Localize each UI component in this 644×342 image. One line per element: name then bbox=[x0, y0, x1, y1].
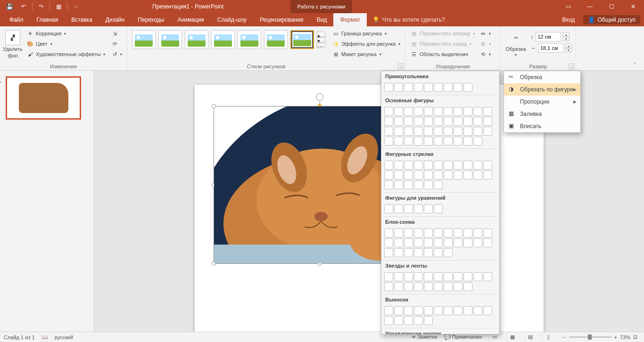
shape-callouts-0[interactable] bbox=[384, 306, 393, 315]
shape-basic-36[interactable] bbox=[414, 137, 423, 146]
height-down[interactable]: ▾ bbox=[563, 37, 570, 41]
shape-flowchart-27[interactable] bbox=[434, 248, 443, 257]
shape-equation-5[interactable] bbox=[434, 204, 443, 213]
shape-basic-33[interactable] bbox=[384, 137, 393, 146]
rotation-handle[interactable] bbox=[316, 93, 323, 101]
shape-equation-3[interactable] bbox=[414, 204, 423, 213]
crop-menu-aspect[interactable]: Пропорции▶ bbox=[504, 96, 580, 108]
change-picture-button[interactable]: ⟳ bbox=[109, 39, 124, 49]
shape-stars-7[interactable] bbox=[454, 272, 462, 281]
shape-stars-9[interactable] bbox=[473, 272, 482, 281]
shape-basic-40[interactable] bbox=[454, 137, 462, 146]
shape-arrows-14[interactable] bbox=[414, 171, 423, 179]
style-thumb-1[interactable] bbox=[132, 30, 156, 49]
shape-basic-19[interactable] bbox=[463, 117, 472, 126]
shape-stars-10[interactable] bbox=[483, 272, 492, 281]
zoom-in-button[interactable]: + bbox=[614, 334, 617, 340]
color-button[interactable]: 🎨Цвет▾ bbox=[25, 39, 107, 49]
shape-stars-11[interactable] bbox=[384, 282, 393, 291]
tab-design[interactable]: Дизайн bbox=[99, 13, 131, 26]
tab-review[interactable]: Рецензирование bbox=[253, 13, 310, 26]
style-thumb-2[interactable] bbox=[158, 30, 182, 49]
zoom-level[interactable]: 73% bbox=[620, 334, 630, 340]
shape-callouts-9[interactable] bbox=[473, 306, 482, 315]
shape-basic-42[interactable] bbox=[473, 137, 482, 146]
shape-arrows-19[interactable] bbox=[463, 171, 472, 179]
crop-button[interactable]: ✂ Обрезка ▾ bbox=[504, 28, 528, 57]
shape-stars-12[interactable] bbox=[394, 282, 403, 291]
shape-basic-23[interactable] bbox=[394, 127, 403, 136]
shape-stars-17[interactable] bbox=[444, 282, 453, 291]
shape-equation-1[interactable] bbox=[394, 204, 403, 213]
shape-stars-8[interactable] bbox=[463, 272, 472, 281]
tab-file[interactable]: Файл bbox=[3, 13, 30, 26]
shape-arrows-22[interactable] bbox=[384, 180, 393, 189]
size-dialog-launcher[interactable]: ↘ bbox=[569, 64, 574, 69]
crop-menu-fill[interactable]: ▦Заливка bbox=[504, 108, 580, 120]
shape-arrows-20[interactable] bbox=[473, 171, 482, 179]
rotate-button[interactable]: ⟲▾ bbox=[478, 49, 493, 59]
artistic-effects-button[interactable]: 🖌Художественные эффекты▾ bbox=[25, 49, 107, 59]
shape-rect-6[interactable] bbox=[444, 83, 453, 92]
height-input[interactable] bbox=[536, 32, 561, 41]
corrections-button[interactable]: ☀Коррекция▾ bbox=[25, 28, 107, 39]
shape-callouts-15[interactable] bbox=[424, 316, 433, 325]
shape-arrows-15[interactable] bbox=[424, 171, 433, 179]
shape-rect-4[interactable] bbox=[424, 83, 433, 92]
shape-basic-7[interactable] bbox=[454, 107, 462, 116]
shape-flowchart-12[interactable] bbox=[394, 238, 403, 247]
shape-flowchart-21[interactable] bbox=[483, 238, 492, 247]
shape-stars-0[interactable] bbox=[384, 272, 393, 281]
shape-callouts-14[interactable] bbox=[414, 316, 423, 325]
shape-basic-16[interactable] bbox=[434, 117, 443, 126]
shape-flowchart-20[interactable] bbox=[473, 238, 482, 247]
shape-basic-13[interactable] bbox=[404, 117, 413, 126]
shape-basic-41[interactable] bbox=[463, 137, 472, 146]
shape-arrows-11[interactable] bbox=[384, 171, 393, 179]
crop-menu-crop[interactable]: ✂Обрезка bbox=[504, 71, 580, 83]
shape-arrows-2[interactable] bbox=[404, 161, 413, 170]
tab-home[interactable]: Главная bbox=[30, 13, 65, 26]
shape-arrows-10[interactable] bbox=[483, 161, 492, 170]
shape-arrows-24[interactable] bbox=[404, 180, 413, 189]
sign-in-link[interactable]: Вход bbox=[555, 13, 581, 26]
shape-basic-37[interactable] bbox=[424, 137, 433, 146]
shape-arrows-21[interactable] bbox=[483, 171, 492, 179]
shape-callouts-12[interactable] bbox=[394, 316, 403, 325]
reading-view-button[interactable]: ▤ bbox=[524, 333, 536, 342]
shape-callouts-1[interactable] bbox=[394, 306, 403, 315]
tab-slideshow[interactable]: Слайд-шоу bbox=[211, 13, 253, 26]
bring-forward-button[interactable]: ▤Переместить вперед▾ bbox=[408, 28, 477, 39]
shape-flowchart-8[interactable] bbox=[463, 228, 472, 237]
collapse-ribbon-button[interactable]: ˄ bbox=[634, 62, 641, 70]
shape-arrows-25[interactable] bbox=[414, 180, 423, 189]
redo-button[interactable]: ↷ bbox=[34, 1, 48, 12]
style-thumb-3[interactable] bbox=[185, 30, 208, 49]
zoom-out-button[interactable]: − bbox=[563, 334, 566, 340]
compress-pictures-button[interactable]: ⇲ bbox=[109, 28, 124, 39]
shape-flowchart-9[interactable] bbox=[473, 228, 482, 237]
shape-flowchart-15[interactable] bbox=[424, 238, 433, 247]
reset-picture-button[interactable]: ↺▾ bbox=[109, 49, 124, 59]
shape-flowchart-17[interactable] bbox=[444, 238, 453, 247]
shape-flowchart-10[interactable] bbox=[483, 228, 492, 237]
shape-flowchart-1[interactable] bbox=[394, 228, 403, 237]
shape-flowchart-16[interactable] bbox=[434, 238, 443, 247]
shape-basic-24[interactable] bbox=[404, 127, 413, 136]
style-thumb-5[interactable] bbox=[238, 30, 261, 49]
shape-equation-4[interactable] bbox=[424, 204, 433, 213]
shape-basic-20[interactable] bbox=[473, 117, 482, 126]
shape-arrows-8[interactable] bbox=[463, 161, 472, 170]
shape-basic-10[interactable] bbox=[483, 107, 492, 116]
shape-callouts-10[interactable] bbox=[483, 306, 492, 315]
shape-basic-38[interactable] bbox=[434, 137, 443, 146]
tell-me-search[interactable]: 💡 Что вы хотите сделать? bbox=[367, 16, 451, 23]
shape-flowchart-22[interactable] bbox=[384, 248, 393, 257]
styles-dialog-launcher[interactable]: ↘ bbox=[398, 64, 404, 69]
shape-callouts-7[interactable] bbox=[454, 306, 462, 315]
slide-sorter-button[interactable]: ▦ bbox=[506, 333, 518, 342]
shape-flowchart-5[interactable] bbox=[434, 228, 443, 237]
shape-rect-8[interactable] bbox=[463, 83, 472, 92]
shape-basic-0[interactable] bbox=[384, 107, 393, 116]
shape-stars-4[interactable] bbox=[424, 272, 433, 281]
